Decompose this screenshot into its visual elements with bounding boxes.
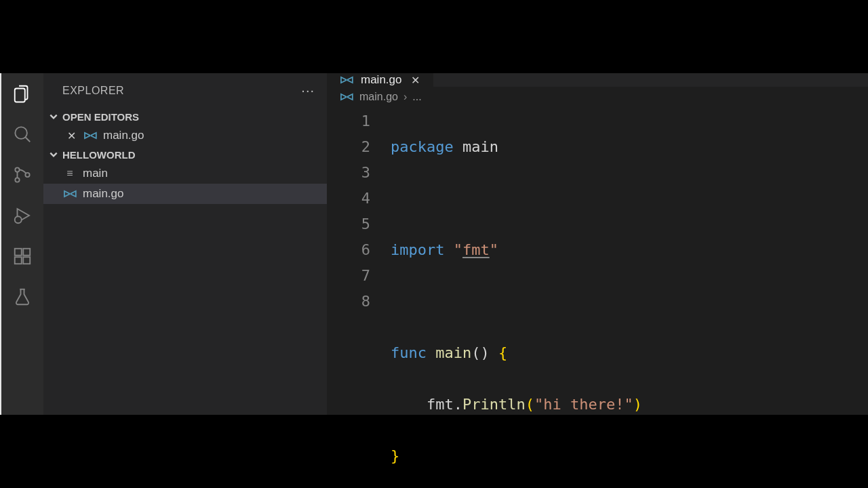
activity-bar	[0, 73, 43, 415]
tok-keyword: func	[391, 344, 427, 361]
tok-punct: .	[454, 396, 462, 413]
binary-file-icon: ≡	[62, 167, 77, 180]
sidebar-more-icon[interactable]: ···	[301, 83, 315, 98]
file-name: main.go	[83, 187, 123, 201]
tok-keyword: import	[391, 241, 444, 258]
line-number: 7	[327, 263, 370, 289]
tab-bar: ᐅᐊ main.go ✕	[327, 73, 868, 87]
line-number: 4	[327, 186, 370, 211]
tok-string: "	[444, 241, 462, 258]
tok-import: fmt	[462, 241, 490, 258]
tok-keyword: package	[391, 138, 454, 155]
chevron-down-icon	[47, 110, 60, 123]
line-number: 3	[327, 160, 370, 186]
line-number: 6	[327, 237, 370, 263]
line-number: 1	[327, 108, 370, 134]
tok-brace: }	[391, 447, 399, 464]
open-editor-filename: main.go	[103, 129, 144, 142]
svg-point-4	[25, 173, 29, 177]
tok-indent	[391, 396, 427, 413]
svg-rect-7	[15, 249, 22, 256]
svg-rect-8	[15, 257, 22, 264]
source-control-icon[interactable]	[12, 164, 33, 186]
tab-main-go[interactable]: ᐅᐊ main.go ✕	[327, 73, 433, 87]
chevron-down-icon	[47, 148, 60, 161]
tok-brace: {	[490, 344, 508, 361]
open-editors-label: OPEN EDITORS	[62, 111, 139, 123]
breadcrumb-separator-icon: ›	[403, 91, 407, 103]
open-editors-header[interactable]: OPEN EDITORS	[43, 108, 327, 125]
tok-paren: )	[633, 396, 642, 413]
testing-icon[interactable]	[12, 286, 33, 308]
app-window: EXPLORER ··· OPEN EDITORS ✕ ᐅᐊ main.go H…	[0, 73, 868, 415]
tok-punct: ()	[471, 344, 490, 361]
tab-filename: main.go	[361, 73, 401, 87]
file-item-main-go[interactable]: ᐅᐊ main.go	[43, 184, 327, 204]
breadcrumb-rest: ...	[412, 91, 421, 103]
editor-area: ᐅᐊ main.go ✕ ᐅᐊ main.go › ... 1 2 3 4 5 …	[327, 73, 868, 415]
line-gutter: 1 2 3 4 5 6 7 8	[327, 108, 391, 488]
line-number: 8	[327, 289, 370, 314]
line-number: 5	[327, 211, 370, 237]
go-file-icon: ᐅᐊ	[339, 75, 354, 85]
close-icon[interactable]: ✕	[65, 129, 77, 142]
sidebar-header: EXPLORER ···	[43, 73, 327, 108]
file-name: main	[83, 167, 108, 180]
tok-ident: fmt	[427, 396, 454, 413]
explorer-icon[interactable]	[12, 83, 33, 104]
extensions-icon[interactable]	[12, 245, 33, 267]
breadcrumb-filename: main.go	[359, 91, 398, 103]
svg-point-6	[15, 216, 22, 223]
sidebar-title: EXPLORER	[62, 85, 124, 97]
explorer-sidebar: EXPLORER ··· OPEN EDITORS ✕ ᐅᐊ main.go H…	[43, 73, 327, 415]
workspace-header[interactable]: HELLOWORLD	[43, 146, 327, 163]
line-number: 2	[327, 134, 370, 160]
code-content[interactable]: package main import "fmt" func main() { …	[391, 108, 868, 488]
run-debug-icon[interactable]	[12, 205, 33, 226]
workspace-label: HELLOWORLD	[62, 149, 135, 161]
close-icon[interactable]: ✕	[408, 74, 422, 87]
svg-line-1	[26, 138, 31, 142]
open-editor-item[interactable]: ✕ ᐅᐊ main.go	[43, 125, 327, 146]
go-file-icon: ᐅᐊ	[339, 92, 354, 102]
tok-string: "	[490, 241, 498, 258]
search-icon[interactable]	[12, 123, 33, 145]
svg-rect-9	[23, 257, 30, 264]
svg-point-0	[15, 127, 27, 139]
svg-point-3	[15, 178, 19, 182]
breadcrumb[interactable]: ᐅᐊ main.go › ...	[327, 87, 868, 107]
tok-paren: (	[526, 396, 534, 413]
go-file-icon: ᐅᐊ	[62, 188, 77, 199]
file-item-main[interactable]: ≡ main	[43, 163, 327, 184]
tok-func: main	[427, 344, 471, 361]
tok-string: "hi there!"	[534, 396, 633, 413]
go-file-icon: ᐅᐊ	[83, 130, 98, 141]
svg-rect-10	[23, 249, 30, 256]
tok-func: Println	[462, 396, 526, 413]
svg-point-2	[15, 167, 19, 171]
tok-ident: main	[454, 138, 498, 155]
code-editor[interactable]: 1 2 3 4 5 6 7 8 package main import "fmt…	[327, 107, 868, 488]
